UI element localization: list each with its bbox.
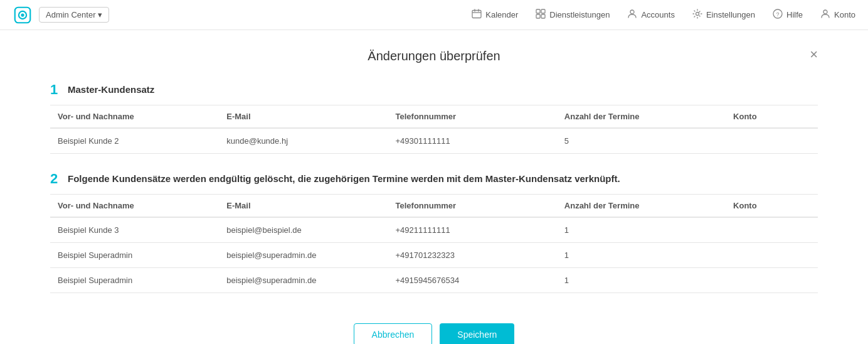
table-row: Beispiel Superadmin beispiel@superadmin.… bbox=[50, 268, 818, 293]
main-nav: Kalender Dienstleistungen Accounts bbox=[472, 9, 855, 21]
section2-header: 2 Folgende Kundensätze werden endgültig … bbox=[50, 171, 818, 186]
table-row: Beispiel Superadmin beispiel@superadmin.… bbox=[50, 243, 818, 268]
col-name-header: Vor- und Nachname bbox=[50, 105, 219, 129]
col-email-header: E-Mail bbox=[219, 105, 388, 129]
svg-rect-3 bbox=[472, 11, 481, 18]
close-button[interactable]: × bbox=[810, 48, 818, 62]
main-content: × Änderungen überprüfen 1 Master-Kundens… bbox=[0, 30, 868, 344]
cell-appointments: 5 bbox=[557, 128, 726, 154]
nav-konto-label: Konto bbox=[834, 10, 855, 19]
section2-table-header-row: Vor- und Nachname E-Mail Telefonnummer A… bbox=[50, 195, 818, 218]
section2-title: Folgende Kundensätze werden endgültig ge… bbox=[68, 171, 620, 184]
section2-number: 2 bbox=[50, 171, 61, 186]
col2-account-header: Konto bbox=[726, 195, 818, 218]
cell-name: Beispiel Kunde 3 bbox=[50, 217, 219, 243]
cell-account bbox=[726, 268, 818, 293]
col-account-header: Konto bbox=[726, 105, 818, 129]
header: Admin Center ▾ Kalender bbox=[0, 0, 868, 30]
dialog-footer: Abbrechen Speichern bbox=[50, 311, 818, 344]
cell-phone: +4915945676534 bbox=[388, 268, 557, 293]
col2-name-header: Vor- und Nachname bbox=[50, 195, 219, 218]
cell-email: beispiel@superadmin.de bbox=[219, 268, 388, 293]
nav-kalender[interactable]: Kalender bbox=[472, 9, 518, 21]
svg-rect-9 bbox=[536, 14, 540, 18]
svg-text:?: ? bbox=[776, 11, 780, 18]
col2-email-header: E-Mail bbox=[219, 195, 388, 218]
nav-accounts-label: Accounts bbox=[641, 10, 674, 19]
nav-konto[interactable]: Konto bbox=[820, 9, 855, 21]
cancel-button[interactable]: Abbrechen bbox=[354, 323, 433, 344]
svg-rect-8 bbox=[541, 9, 545, 13]
svg-point-2 bbox=[21, 13, 24, 16]
cell-account bbox=[726, 217, 818, 243]
svg-point-15 bbox=[823, 10, 827, 14]
section2-table: Vor- und Nachname E-Mail Telefonnummer A… bbox=[50, 194, 818, 293]
nav-dienstleistungen-label: Dienstleistungen bbox=[549, 10, 610, 19]
cell-account bbox=[726, 243, 818, 268]
nav-einstellungen-label: Einstellungen bbox=[706, 10, 755, 19]
cell-phone: +49211111111 bbox=[388, 217, 557, 243]
cell-name: Beispiel Superadmin bbox=[50, 268, 219, 293]
table-row: Beispiel Kunde 3 beispiel@beispiel.de +4… bbox=[50, 217, 818, 243]
accounts-icon bbox=[627, 9, 637, 21]
col-appointments-header: Anzahl der Termine bbox=[557, 105, 726, 129]
hilfe-icon: ? bbox=[773, 9, 783, 21]
section1-table-header-row: Vor- und Nachname E-Mail Telefonnummer A… bbox=[50, 105, 818, 129]
dienstleistungen-icon bbox=[536, 9, 546, 21]
cell-phone: +491701232323 bbox=[388, 243, 557, 268]
svg-point-11 bbox=[630, 10, 634, 14]
nav-dienstleistungen[interactable]: Dienstleistungen bbox=[536, 9, 610, 21]
cell-email: kunde@kunde.hj bbox=[219, 128, 388, 154]
cell-phone: +49301111111 bbox=[388, 128, 557, 154]
section1-title: Master-Kundensatz bbox=[68, 82, 154, 95]
svg-rect-10 bbox=[541, 14, 545, 18]
col2-appointments-header: Anzahl der Termine bbox=[557, 195, 726, 218]
dropdown-chevron-icon: ▾ bbox=[98, 10, 102, 19]
cell-appointments: 1 bbox=[557, 217, 726, 243]
admin-center-label: Admin Center bbox=[46, 10, 95, 19]
kalender-icon bbox=[472, 9, 482, 21]
svg-point-12 bbox=[696, 13, 699, 16]
nav-hilfe[interactable]: ? Hilfe bbox=[773, 9, 803, 21]
einstellungen-icon bbox=[692, 9, 702, 21]
app-logo bbox=[13, 5, 33, 25]
cell-account bbox=[726, 128, 818, 154]
section1-number: 1 bbox=[50, 82, 61, 97]
section1-table: Vor- und Nachname E-Mail Telefonnummer A… bbox=[50, 105, 818, 154]
col2-phone-header: Telefonnummer bbox=[388, 195, 557, 218]
section-delete: 2 Folgende Kundensätze werden endgültig … bbox=[50, 171, 818, 293]
nav-hilfe-label: Hilfe bbox=[786, 10, 803, 19]
cell-name: Beispiel Kunde 2 bbox=[50, 128, 219, 154]
cell-appointments: 1 bbox=[557, 268, 726, 293]
section-master: 1 Master-Kundensatz Vor- und Nachname E-… bbox=[50, 82, 818, 154]
col-phone-header: Telefonnummer bbox=[388, 105, 557, 129]
nav-kalender-label: Kalender bbox=[485, 10, 518, 19]
cell-email: beispiel@beispiel.de bbox=[219, 217, 388, 243]
cell-appointments: 1 bbox=[557, 243, 726, 268]
header-left: Admin Center ▾ bbox=[13, 5, 109, 25]
svg-rect-7 bbox=[536, 9, 540, 13]
dialog-title: Änderungen überprüfen bbox=[50, 49, 818, 63]
admin-center-button[interactable]: Admin Center ▾ bbox=[39, 7, 109, 23]
cell-name: Beispiel Superadmin bbox=[50, 243, 219, 268]
table-row: Beispiel Kunde 2 kunde@kunde.hj +4930111… bbox=[50, 128, 818, 154]
save-button[interactable]: Speichern bbox=[440, 323, 514, 344]
cell-email: beispiel@superadmin.de bbox=[219, 243, 388, 268]
konto-icon bbox=[820, 9, 830, 21]
nav-accounts[interactable]: Accounts bbox=[627, 9, 674, 21]
nav-einstellungen[interactable]: Einstellungen bbox=[692, 9, 755, 21]
section1-header: 1 Master-Kundensatz bbox=[50, 82, 818, 97]
